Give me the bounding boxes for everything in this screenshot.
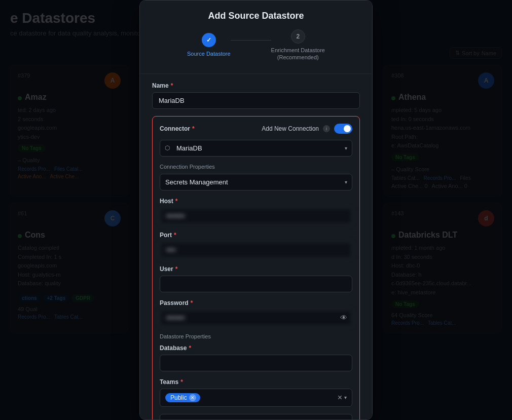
- add-new-connection-toggle[interactable]: [334, 124, 352, 134]
- name-input[interactable]: [152, 92, 360, 109]
- modal-title: Add Source Datastore: [152, 11, 360, 21]
- teams-actions: × ▾: [338, 394, 347, 402]
- port-label: Port *: [160, 232, 352, 239]
- teams-input-field[interactable]: Public ✕ × ▾: [160, 389, 352, 407]
- eye-icon[interactable]: 👁: [340, 314, 347, 322]
- step-1-circle: ✓: [202, 33, 216, 47]
- password-field-group: Password * 👁: [160, 299, 352, 326]
- database-label: Database *: [160, 345, 352, 352]
- secrets-mgmt-group: Secrets Management ▾: [160, 174, 352, 190]
- required-indicator: *: [171, 82, 173, 89]
- connector-section: Connector * Add New Connection i ⬡ Maria…: [152, 116, 360, 420]
- name-label: Name *: [152, 82, 360, 89]
- step-1-label: Source Datastore: [187, 50, 231, 57]
- add-new-connection-control: Add New Connection i: [262, 124, 352, 134]
- connector-header: Connector * Add New Connection i: [160, 124, 352, 134]
- teams-label: Teams *: [160, 378, 352, 386]
- info-icon: i: [323, 125, 330, 132]
- connector-label: Connector *: [160, 125, 195, 132]
- stepper: ✓ Source Datastore 2 Enrichment Datastor…: [152, 21, 360, 65]
- host-label: Host *: [160, 198, 352, 205]
- host-field-group: Host *: [160, 198, 352, 224]
- port-field-group: Port *: [160, 232, 352, 258]
- user-field-group: User *: [160, 265, 352, 292]
- database-field-group: Database *: [160, 345, 352, 371]
- user-input[interactable]: [160, 276, 352, 292]
- step-2-circle: 2: [291, 29, 305, 44]
- secrets-mgmt-select[interactable]: Secrets Management: [160, 174, 352, 190]
- add-source-datastore-modal: Add Source Datastore ✓ Source Datastore …: [139, 0, 373, 420]
- modal-overlay: Add Source Datastore ✓ Source Datastore …: [0, 0, 512, 420]
- step-2: 2 Enrichment Datastore(Recommended): [271, 29, 325, 61]
- team-tag-public: Public ✕: [165, 393, 200, 402]
- team-tag-remove[interactable]: ✕: [189, 394, 196, 401]
- connector-select-wrapper: ⬡ MariaDB ▾: [160, 140, 352, 157]
- step-2-label: Enrichment Datastore(Recommended): [271, 47, 325, 61]
- modal-body: Name * Connector * Add New Connection i: [140, 74, 372, 420]
- password-label: Password *: [160, 299, 352, 307]
- step-1: ✓ Source Datastore: [187, 33, 231, 57]
- teams-chevron-icon[interactable]: ▾: [344, 395, 347, 400]
- step-connector: [231, 40, 271, 41]
- database-input[interactable]: [160, 355, 352, 371]
- user-label: User *: [160, 265, 352, 273]
- name-field-group: Name *: [152, 82, 360, 109]
- teams-clear-button[interactable]: ×: [338, 394, 342, 402]
- host-input[interactable]: [160, 208, 352, 224]
- teams-field-group: Teams * Public ✕ × ▾: [160, 378, 352, 407]
- password-input[interactable]: [160, 310, 352, 326]
- connector-select[interactable]: MariaDB: [160, 140, 352, 157]
- datastore-props-label: Datastore Properties: [160, 333, 352, 339]
- modal-header: Add Source Datastore ✓ Source Datastore …: [140, 1, 372, 74]
- port-input[interactable]: [160, 242, 352, 258]
- initiate-cataloging-group: Initiate Cataloging Automatically start …: [160, 414, 352, 420]
- conn-props-label: Connection Properties: [160, 164, 352, 170]
- secrets-mgmt-wrapper: Secrets Management ▾: [160, 174, 352, 190]
- password-input-wrapper: 👁: [160, 310, 352, 326]
